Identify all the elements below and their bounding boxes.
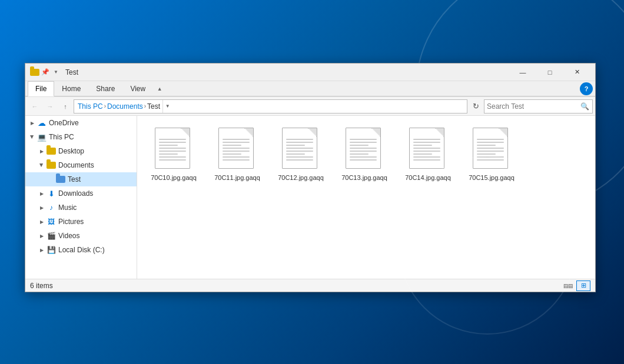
title-bar-icons: 📌 ▼ <box>30 68 61 77</box>
sidebar-item-videos[interactable]: ▶ 🎬 Videos <box>25 229 137 243</box>
file-icon-wrapper <box>473 128 510 171</box>
expand-arrow-downloads[interactable]: ▶ <box>37 189 47 198</box>
close-button[interactable]: ✕ <box>563 64 590 81</box>
expand-arrow-documents[interactable]: ▶ <box>37 161 47 170</box>
music-icon: ♪ <box>47 203 56 212</box>
address-dropdown-button[interactable]: ▼ <box>162 100 172 113</box>
tab-share[interactable]: Share <box>88 81 122 96</box>
expand-arrow-videos[interactable]: ▶ <box>37 231 47 241</box>
refresh-button[interactable]: ↻ <box>469 99 483 113</box>
files-grid: 70C10.jpg.gaqq70C11.jpg.gaqq70C12.jpg.ga… <box>142 121 590 189</box>
file-icon-wrapper <box>282 128 320 171</box>
forward-button[interactable]: → <box>43 99 57 113</box>
file-icon-wrapper <box>409 128 447 171</box>
sidebar-item-test[interactable]: ▶ Test <box>25 172 137 186</box>
ribbon-expand-icon[interactable]: ▲ <box>153 82 166 95</box>
file-icon-wrapper <box>346 128 383 171</box>
file-item[interactable]: 70C12.jpg.gaqq <box>271 123 330 186</box>
crumb-this-pc[interactable]: This PC <box>78 102 103 111</box>
onedrive-icon: ☁ <box>37 118 47 128</box>
ribbon: File Home Share View ▲ ? <box>25 81 595 97</box>
main-content: ▶ ☁ OneDrive ▶ 💻 This PC ▶ Desktop ▶ Doc… <box>25 116 595 279</box>
file-lines <box>413 139 440 161</box>
file-item[interactable]: 70C14.jpg.gaqq <box>399 123 457 186</box>
crumb-test[interactable]: Test <box>147 102 160 111</box>
sidebar-label-test: Test <box>68 175 81 183</box>
crumb-sep-2: › <box>144 103 146 109</box>
file-icon <box>346 128 381 169</box>
file-lines <box>286 139 313 161</box>
sidebar-item-documents[interactable]: ▶ Documents <box>25 158 137 172</box>
maximize-button[interactable]: □ <box>536 64 563 81</box>
expand-arrow-desktop[interactable]: ▶ <box>37 146 47 156</box>
sidebar-item-this-pc[interactable]: ▶ 💻 This PC <box>25 130 137 144</box>
file-icon <box>282 128 317 169</box>
desktop-folder-icon <box>47 146 56 156</box>
file-explorer-window: 📌 ▼ Test — □ ✕ File Home Share View ▲ ? … <box>25 63 596 292</box>
sidebar-label-desktop: Desktop <box>58 147 84 155</box>
file-icon <box>409 128 444 169</box>
sidebar-item-onedrive[interactable]: ▶ ☁ OneDrive <box>25 116 137 130</box>
file-lines <box>350 139 377 161</box>
sidebar-label-music: Music <box>58 203 77 212</box>
file-view: 70C10.jpg.gaqq70C11.jpg.gaqq70C12.jpg.ga… <box>137 116 595 279</box>
expand-arrow-music[interactable]: ▶ <box>37 203 47 212</box>
sidebar-label-local-disk: Local Disk (C:) <box>58 246 105 254</box>
sidebar-label-pictures: Pictures <box>58 218 84 226</box>
crumb-documents[interactable]: Documents <box>107 102 143 111</box>
status-bar: 6 items ▤▤ ⊞ <box>25 279 595 292</box>
address-bar: ← → ↑ This PC › Documents › Test ▼ ↻ 🔍 <box>25 97 595 116</box>
sidebar-label-videos: Videos <box>58 232 79 240</box>
file-item[interactable]: 70C15.jpg.gaqq <box>462 123 521 186</box>
dropdown-icon[interactable]: ▼ <box>51 68 61 77</box>
computer-icon: 💻 <box>37 132 47 142</box>
file-icon <box>218 128 254 169</box>
expand-arrow-local-disk[interactable]: ▶ <box>37 245 47 255</box>
expand-arrow-onedrive[interactable]: ▶ <box>28 118 37 128</box>
help-button[interactable]: ? <box>580 82 593 95</box>
ribbon-tab-bar: File Home Share View ▲ ? <box>25 81 595 96</box>
up-button[interactable]: ↑ <box>58 99 72 113</box>
address-box[interactable]: This PC › Documents › Test ▼ <box>74 99 467 113</box>
view-list-button[interactable]: ▤▤ <box>561 280 575 291</box>
sidebar-item-music[interactable]: ▶ ♪ Music <box>25 201 137 215</box>
file-icon-wrapper <box>218 128 256 171</box>
sidebar-label-downloads: Downloads <box>58 189 93 198</box>
expand-arrow-pictures[interactable]: ▶ <box>37 217 47 226</box>
sidebar-item-local-disk[interactable]: ▶ 💾 Local Disk (C:) <box>25 243 137 257</box>
tab-view[interactable]: View <box>122 81 153 96</box>
title-bar: 📌 ▼ Test — □ ✕ <box>25 64 595 81</box>
sidebar-item-downloads[interactable]: ▶ ⬇ Downloads <box>25 186 137 201</box>
crumb-sep-1: › <box>104 103 106 109</box>
window-title: Test <box>65 68 509 76</box>
breadcrumb: This PC › Documents › Test <box>78 102 160 111</box>
test-folder-icon <box>56 175 65 184</box>
tab-home[interactable]: Home <box>54 81 88 96</box>
minimize-button[interactable]: — <box>509 64 536 81</box>
file-item[interactable]: 70C13.jpg.gaqq <box>335 123 394 186</box>
sidebar-item-pictures[interactable]: ▶ 🖼 Pictures <box>25 215 137 229</box>
search-input[interactable] <box>487 102 577 111</box>
back-button[interactable]: ← <box>28 99 42 113</box>
sidebar-label-onedrive: OneDrive <box>49 119 79 127</box>
file-name: 70C11.jpg.gaqq <box>214 173 260 182</box>
search-box[interactable]: 🔍 <box>484 99 593 113</box>
status-count: 6 items <box>30 282 561 290</box>
tab-file[interactable]: File <box>28 81 54 96</box>
file-item[interactable]: 70C10.jpg.gaqq <box>144 123 203 186</box>
sidebar-item-desktop[interactable]: ▶ Desktop <box>25 144 137 158</box>
file-lines <box>223 139 250 161</box>
videos-icon: 🎬 <box>47 231 56 241</box>
downloads-icon: ⬇ <box>47 189 56 198</box>
folder-icon <box>30 68 39 77</box>
view-grid-button[interactable]: ⊞ <box>576 280 590 291</box>
file-lines <box>159 139 186 161</box>
pictures-icon: 🖼 <box>47 217 56 226</box>
file-icon-wrapper <box>155 128 192 171</box>
view-buttons: ▤▤ ⊞ <box>561 280 590 291</box>
file-name: 70C10.jpg.gaqq <box>151 173 197 182</box>
file-icon <box>155 128 190 169</box>
file-item[interactable]: 70C11.jpg.gaqq <box>208 123 267 186</box>
search-icon[interactable]: 🔍 <box>579 101 590 112</box>
expand-arrow-this-pc[interactable]: ▶ <box>28 132 37 142</box>
